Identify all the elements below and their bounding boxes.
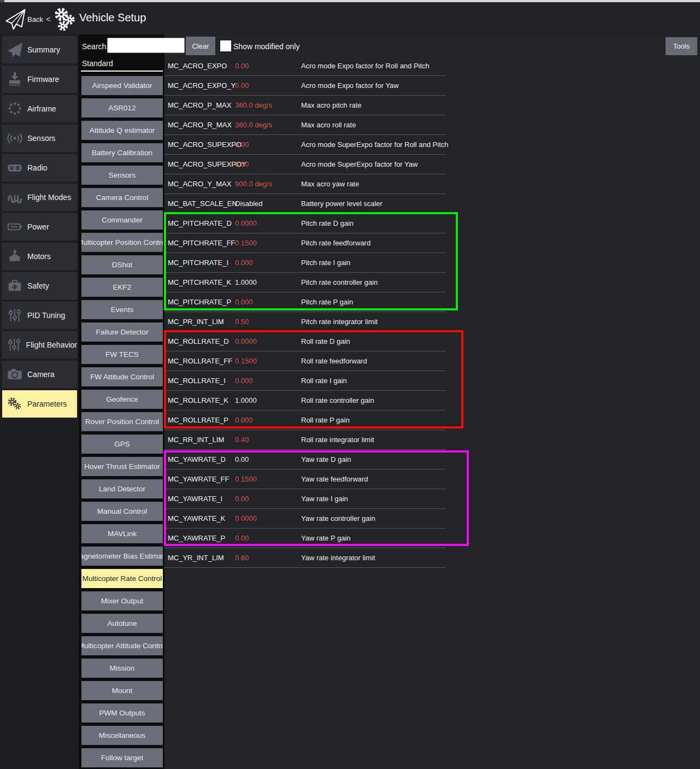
group-button-magnetometer-bias-estimator[interactable]: Magnetometer Bias Estimator [81,547,163,566]
parameter-description: Acro mode Expo factor for Roll and Pitch [301,62,430,70]
parameter-row-mc-yawrate-ff[interactable]: MC_YAWRATE_FF0.1500Yaw rate feedforward [164,469,446,489]
parameter-name: MC_PR_INT_LIM [168,318,224,326]
parameter-value: 0.00 [235,140,249,149]
group-button-failure-detector[interactable]: Failure Detector [81,322,163,342]
parameter-row-mc-pitchrate-ff[interactable]: MC_PITCHRATE_FF0.1500Pitch rate feedforw… [164,233,446,253]
parameter-value: 0.0000 [235,219,257,227]
parameter-row-mc-rollrate-i[interactable]: MC_ROLLRATE_I0.000Roll rate I gain [164,371,446,391]
group-button-label: FW Attitude Control [90,373,154,381]
parameter-row-mc-pitchrate-p[interactable]: MC_PITCHRATE_P0.000Pitch rate P gain [164,292,446,312]
group-button-multicopter-attitude-control[interactable]: Multicopter Attitude Control [81,636,163,655]
sidebar-item-camera[interactable]: Camera [2,361,77,388]
parameter-value: 0.000 [235,416,253,424]
sidebar-item-sensors[interactable]: Sensors [2,125,77,152]
group-button-events[interactable]: Events [81,300,163,319]
parameter-name: MC_PITCHRATE_K [168,278,231,286]
sidebar-item-parameters[interactable]: Parameters [2,390,77,418]
parameter-row-mc-bat-scale-en[interactable]: MC_BAT_SCALE_ENDisabledBattery power lev… [164,194,446,214]
qgroundcontrol-logo-icon[interactable] [4,7,26,32]
parameter-row-mc-rollrate-k[interactable]: MC_ROLLRATE_K1.0000Roll rate controller … [164,391,446,410]
sidebar-item-power[interactable]: Power [2,213,77,240]
group-button-hover-thrust-estimator[interactable]: Hover Thrust Estimator [81,457,163,476]
parameter-row-mc-rollrate-d[interactable]: MC_ROLLRATE_D0.0000Roll rate D gain [164,332,446,351]
sidebar-item-flight-behavior[interactable]: Flight Behavior [2,331,77,359]
sidebar-item-safety[interactable]: Safety [2,272,77,300]
parameter-value: 0.40 [235,436,249,444]
group-button-geofence[interactable]: Geofence [81,390,163,409]
parameter-value: 0.1500 [235,475,257,483]
clear-button[interactable]: Clear [186,37,215,55]
parameter-row-mc-acro-supexpoy[interactable]: MC_ACRO_SUPEXPOY0.00Acro mode SuperExpo … [164,155,446,174]
group-button-attitude-q-estimator[interactable]: Attitude Q estimator [81,121,163,140]
group-button-label: Geofence [106,395,138,403]
parameter-row-mc-yawrate-d[interactable]: MC_YAWRATE_D0.00Yaw rate D gain [164,450,446,469]
group-button-label: Failure Detector [96,328,148,336]
parameter-row-mc-yr-int-lim[interactable]: MC_YR_INT_LIM0.60Yaw rate integrator lim… [164,548,446,568]
group-button-mission[interactable]: Mission [81,659,163,678]
parameter-row-mc-acro-expo-y[interactable]: MC_ACRO_EXPO_Y0.00Acro mode Expo factor … [164,76,446,96]
sidebar-item-firmware[interactable]: Firmware [2,66,77,93]
sidebar-item-airframe[interactable]: Airframe [2,95,77,122]
group-button-camera-control[interactable]: Camera Control [81,188,163,207]
group-button-rover-position-control[interactable]: Rover Position Control [81,412,163,431]
parameter-row-mc-acro-y-max[interactable]: MC_ACRO_Y_MAX900.0 deg/sMax acro yaw rat… [164,174,446,194]
group-button-fw-attitude-control[interactable]: FW Attitude Control [81,367,163,386]
sidebar-item-pid-tuning[interactable]: PID Tuning [2,302,77,329]
sidebar-item-label: Firmware [27,75,59,84]
parameter-row-mc-rr-int-lim[interactable]: MC_RR_INT_LIM0.40Roll rate integrator li… [164,430,446,450]
parameter-row-mc-pr-int-lim[interactable]: MC_PR_INT_LIM0.50Pitch rate integrator l… [164,312,446,332]
parameter-description: Yaw rate D gain [301,455,351,463]
firmware-download-icon [2,71,27,88]
search-label: Search: [82,42,108,51]
sidebar-item-motors[interactable]: Motors [2,243,77,270]
parameter-row-mc-rollrate-ff[interactable]: MC_ROLLRATE_FF0.1500Roll rate feedforwar… [164,351,446,371]
back-button[interactable]: Back [27,15,43,24]
group-button-mount[interactable]: Mount [81,681,163,700]
group-button-sensors[interactable]: Sensors [81,166,163,185]
parameter-row-mc-pitchrate-k[interactable]: MC_PITCHRATE_K1.0000Pitch rate controlle… [164,273,446,292]
parameter-row-mc-rollrate-p[interactable]: MC_ROLLRATE_P0.000Roll rate P gain [164,410,446,430]
group-button-autotune[interactable]: Autotune [81,614,163,633]
tools-button[interactable]: Tools [666,37,697,55]
group-button-battery-calibration[interactable]: Battery Calibration [81,143,163,162]
parameter-row-mc-yawrate-i[interactable]: MC_YAWRATE_I0.00Yaw rate I gain [164,489,446,509]
show-modified-checkbox[interactable] [220,40,231,51]
search-input[interactable] [107,38,185,53]
group-button-commander[interactable]: Commander [81,210,163,230]
parameter-row-mc-pitchrate-d[interactable]: MC_PITCHRATE_D0.0000Pitch rate D gain [164,214,446,233]
group-button-multicopter-rate-control[interactable]: Multicopter Rate Control [81,569,163,588]
parameter-description: Pitch rate integrator limit [301,318,378,326]
sidebar-item-flight-modes[interactable]: Flight Modes [2,184,77,211]
parameter-row-mc-acro-supexpo[interactable]: MC_ACRO_SUPEXPO0.00Acro mode SuperExpo f… [164,135,446,155]
group-button-airspeed-validator[interactable]: Airspeed Validator [81,76,163,95]
parameter-row-mc-yawrate-k[interactable]: MC_YAWRATE_K0.0000Yaw rate controller ga… [164,509,446,529]
group-button-pwm-outputs[interactable]: PWM Outputs [81,703,163,723]
parameter-row-mc-acro-p-max[interactable]: MC_ACRO_P_MAX360.0 deg/sMax acro pitch r… [164,96,446,115]
group-button-dshot[interactable]: DShot [81,255,163,274]
radio-receiver-icon [2,159,27,177]
parameter-row-mc-pitchrate-i[interactable]: MC_PITCHRATE_I0.000Pitch rate I gain [164,253,446,273]
parameter-row-mc-yawrate-p[interactable]: MC_YAWRATE_P0.00Yaw rate P gain [164,529,446,548]
group-button-ekf2[interactable]: EKF2 [81,278,163,297]
parameter-row-mc-acro-expo[interactable]: MC_ACRO_EXPO0.00Acro mode Expo factor fo… [164,56,446,76]
group-button-follow-target[interactable]: Follow target [81,748,163,767]
parameter-row-mc-acro-r-max[interactable]: MC_ACRO_R_MAX360.0 deg/sMax acro roll ra… [164,115,446,135]
sidebar-item-radio[interactable]: Radio [2,154,77,181]
parameter-description: Acro mode SuperExpo factor for Roll and … [301,140,449,149]
group-button-manual-control[interactable]: Manual Control [81,502,163,521]
parameter-description: Max acro roll rate [301,121,356,129]
parameter-value: 0.00 [235,81,249,90]
group-button-asr012[interactable]: ASR012 [81,98,163,118]
group-button-mixer-output[interactable]: Mixer Output [81,591,163,610]
sidebar-item-summary[interactable]: Summary [2,36,77,63]
group-button-gps[interactable]: GPS [81,435,163,454]
parameter-name: MC_ACRO_Y_MAX [168,180,231,188]
group-button-fw-tecs[interactable]: FW TECS [81,345,163,364]
group-button-miscellaneous[interactable]: Miscellaneous [81,726,163,745]
parameter-description: Max acro yaw rate [301,180,359,188]
sidebar-item-label: Summary [27,45,60,54]
group-button-mavlink[interactable]: MAVLink [81,524,163,543]
group-button-multicopter-position-control[interactable]: Multicopter Position Control [81,233,163,252]
group-button-land-detector[interactable]: Land Detector [81,479,163,498]
parameter-description: Pitch rate P gain [301,298,353,306]
